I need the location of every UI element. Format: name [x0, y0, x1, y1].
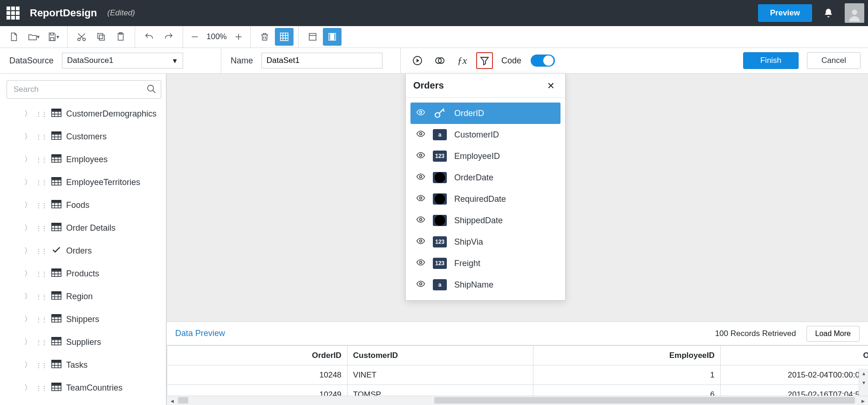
fullwidth-toggle-button[interactable]	[323, 28, 342, 46]
notifications-icon[interactable]	[823, 8, 834, 18]
grid-column-header[interactable]: CustomerID	[347, 346, 533, 365]
table-tree-item[interactable]: 〉⋮⋮TeamCountries	[7, 377, 161, 399]
drag-handle-icon[interactable]: ⋮⋮	[35, 247, 47, 255]
field-item[interactable]: 123EmployeeID	[410, 145, 560, 167]
drag-handle-icon[interactable]: ⋮⋮	[35, 179, 47, 186]
drag-handle-icon[interactable]: ⋮⋮	[35, 384, 47, 392]
new-file-button[interactable]	[5, 28, 23, 46]
dataset-name-input[interactable]	[261, 53, 383, 69]
scroll-up-icon[interactable]: ▴	[859, 369, 868, 378]
visibility-icon[interactable]	[416, 215, 425, 227]
user-avatar[interactable]	[845, 3, 864, 23]
grid-vertical-scrollbar[interactable]: ▴ ▾	[859, 369, 868, 396]
expand-icon[interactable]: 〉	[24, 132, 31, 142]
copy-button[interactable]	[92, 28, 110, 46]
finish-button[interactable]: Finish	[743, 52, 799, 69]
drag-handle-icon[interactable]: ⋮⋮	[35, 293, 47, 301]
field-item[interactable]: 123ShipVia	[410, 231, 560, 253]
app-launcher-icon[interactable]	[5, 5, 21, 21]
field-item[interactable]: aShipName	[410, 274, 560, 295]
zoom-out-button[interactable]	[188, 28, 202, 46]
table-tree-item[interactable]: 〉⋮⋮Orders	[7, 240, 161, 262]
expand-icon[interactable]: 〉	[24, 315, 31, 324]
visibility-icon[interactable]	[416, 151, 425, 162]
drag-handle-icon[interactable]: ⋮⋮	[35, 110, 47, 118]
load-more-button[interactable]: Load More	[806, 326, 860, 342]
field-item[interactable]: 123Freight	[410, 253, 560, 274]
grid-column-header[interactable]: OrderDate	[720, 346, 868, 365]
code-switch[interactable]	[531, 55, 555, 67]
drag-handle-icon[interactable]: ⋮⋮	[35, 202, 47, 209]
expand-icon[interactable]: 〉	[24, 292, 31, 302]
drag-handle-icon[interactable]: ⋮⋮	[35, 339, 47, 346]
expand-icon[interactable]: 〉	[24, 178, 31, 187]
expand-icon[interactable]: 〉	[24, 269, 31, 279]
open-button[interactable]: ▾	[24, 28, 43, 46]
visibility-icon[interactable]	[416, 279, 425, 291]
expand-icon[interactable]: 〉	[24, 383, 31, 393]
scroll-right-icon[interactable]: ▸	[858, 397, 868, 405]
table-search-input[interactable]	[7, 80, 161, 99]
grid-row[interactable]: 10248VINET12015-02-04T00:00:00.0000000Z2…	[167, 365, 868, 385]
zoom-in-button[interactable]	[232, 28, 246, 46]
drag-handle-icon[interactable]: ⋮⋮	[35, 316, 47, 323]
expand-icon[interactable]: 〉	[24, 109, 31, 119]
save-button[interactable]: ▾	[44, 28, 62, 46]
expand-icon[interactable]: 〉	[24, 200, 31, 210]
join-button[interactable]	[431, 52, 448, 69]
grid-column-header[interactable]: EmployeeID	[533, 346, 721, 365]
expand-icon[interactable]: 〉	[24, 337, 31, 347]
table-tree-item[interactable]: 〉⋮⋮Tasks	[7, 354, 161, 377]
table-tree-item[interactable]: 〉⋮⋮CustomerDemographics	[7, 103, 161, 125]
scroll-down-icon[interactable]: ▾	[859, 378, 868, 387]
visibility-icon[interactable]	[416, 172, 425, 184]
expand-icon[interactable]: 〉	[24, 223, 31, 233]
table-tree-item[interactable]: 〉⋮⋮Order Details	[7, 217, 161, 240]
drag-handle-icon[interactable]: ⋮⋮	[35, 362, 47, 369]
field-item[interactable]: OrderDate	[410, 167, 560, 188]
field-item[interactable]: aCustomerID	[410, 124, 560, 145]
redo-button[interactable]	[159, 28, 178, 46]
run-query-button[interactable]	[409, 52, 426, 69]
table-tree-item[interactable]: 〉⋮⋮Suppliers	[7, 331, 161, 354]
table-tree-item[interactable]: 〉⋮⋮Products	[7, 262, 161, 285]
cut-button[interactable]	[72, 28, 91, 46]
table-tree-item[interactable]: 〉⋮⋮Shippers	[7, 308, 161, 331]
grid-column-header[interactable]: OrderID	[167, 346, 348, 365]
expression-button[interactable]: ƒx	[454, 52, 471, 69]
drag-handle-icon[interactable]: ⋮⋮	[35, 270, 47, 278]
filter-button[interactable]	[476, 52, 493, 69]
paste-button[interactable]	[111, 28, 130, 46]
scroll-left-icon[interactable]: ◂	[167, 397, 177, 405]
drag-handle-icon[interactable]: ⋮⋮	[35, 133, 47, 141]
expand-icon[interactable]: 〉	[24, 155, 31, 165]
visibility-icon[interactable]	[416, 236, 425, 248]
grid-horizontal-scrollbar[interactable]: ◂ ▸	[167, 396, 868, 405]
field-item[interactable]: RequiredDate	[410, 188, 560, 210]
popup-close-button[interactable]: ✕	[544, 78, 558, 93]
drag-handle-icon[interactable]: ⋮⋮	[35, 156, 47, 164]
table-tree-item[interactable]: 〉⋮⋮Region	[7, 285, 161, 308]
table-tree-item[interactable]: 〉⋮⋮Employees	[7, 148, 161, 171]
table-tree-item[interactable]: 〉⋮⋮EmployeeTerritories	[7, 171, 161, 194]
datasource-select[interactable]: DataSource1 ▾	[62, 53, 183, 69]
table-tree-item[interactable]: 〉⋮⋮Customers	[7, 125, 161, 148]
field-item[interactable]: OrderID	[410, 103, 560, 124]
table-tree-item[interactable]: 〉⋮⋮Foods	[7, 194, 161, 217]
visibility-icon[interactable]	[416, 193, 425, 205]
drag-handle-icon[interactable]: ⋮⋮	[35, 225, 47, 232]
visibility-icon[interactable]	[416, 129, 425, 141]
field-item[interactable]: ShippedDate	[410, 210, 560, 231]
undo-button[interactable]	[140, 28, 158, 46]
preview-button[interactable]: Preview	[758, 4, 812, 22]
cancel-button[interactable]: Cancel	[807, 52, 861, 69]
design-canvas[interactable]: Orders ✕ OrderIDaCustomerID123EmployeeID…	[166, 74, 868, 405]
delete-button[interactable]	[255, 28, 274, 46]
visibility-icon[interactable]	[416, 108, 425, 119]
grid-toggle-button[interactable]	[275, 28, 294, 46]
svg-rect-33	[52, 337, 61, 340]
header-toggle-button[interactable]	[303, 28, 322, 46]
visibility-icon[interactable]	[416, 258, 425, 269]
expand-icon[interactable]: 〉	[24, 360, 31, 370]
expand-icon[interactable]: 〉	[24, 246, 31, 256]
